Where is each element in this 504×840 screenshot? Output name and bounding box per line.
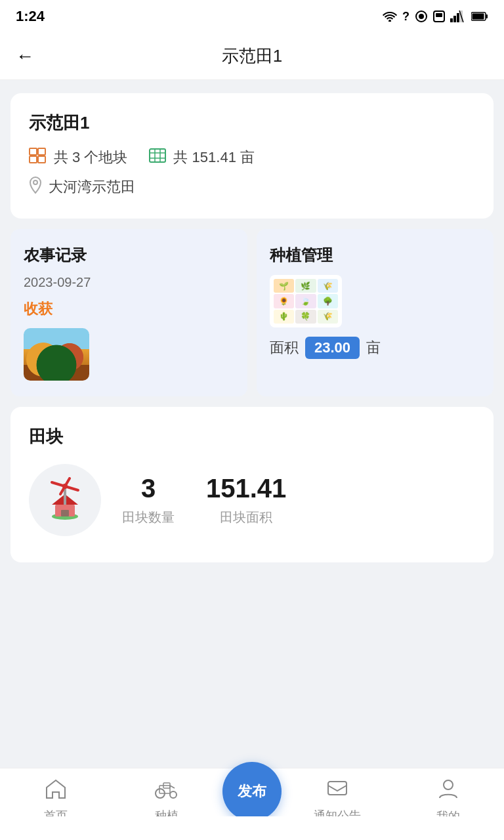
status-bar: 1:24 ? bbox=[0, 0, 504, 33]
svg-point-1 bbox=[419, 14, 424, 19]
user-icon bbox=[438, 778, 458, 805]
svg-rect-33 bbox=[328, 782, 346, 795]
area-info: 共 151.41 亩 bbox=[148, 148, 255, 167]
back-button[interactable]: ← bbox=[16, 46, 34, 67]
status-time: 1:24 bbox=[16, 8, 45, 25]
grid-cell-4: 🌻 bbox=[274, 294, 294, 308]
area-text: 共 151.41 亩 bbox=[173, 148, 255, 167]
svg-rect-4 bbox=[450, 18, 453, 22]
two-col-section: 农事记录 2023-09-27 收获 种植管理 🌱 🌿 🌾 🌻 🍃 🌳 🌵 🍀 … bbox=[10, 229, 494, 396]
field-area-label: 田块面积 bbox=[220, 509, 272, 526]
plant-management-title: 种植管理 bbox=[270, 245, 480, 266]
media-icon bbox=[415, 10, 428, 22]
field-count-label: 田块数量 bbox=[122, 509, 175, 526]
field-row: 3 田块数量 151.41 田块面积 bbox=[29, 464, 475, 536]
svg-rect-14 bbox=[30, 156, 37, 163]
windmill-icon-wrap bbox=[29, 464, 101, 536]
svg-rect-21 bbox=[61, 510, 69, 516]
field-section: 田块 bbox=[10, 407, 494, 562]
windmill-icon bbox=[42, 477, 88, 523]
plant-management-card[interactable]: 种植管理 🌱 🌿 🌾 🌻 🍃 🌳 🌵 🍀 🌾 面积 23.00 亩 bbox=[257, 229, 494, 396]
svg-rect-10 bbox=[486, 14, 488, 18]
grid-cell-5: 🍃 bbox=[295, 294, 316, 308]
main-content: 示范田1 共 3 个地块 bbox=[0, 80, 504, 576]
svg-point-27 bbox=[62, 484, 68, 489]
svg-point-34 bbox=[444, 780, 453, 789]
question-mark: ? bbox=[402, 10, 410, 24]
farm-name: 示范田1 bbox=[29, 112, 475, 135]
location-info: 大河湾示范田 bbox=[29, 177, 475, 198]
svg-rect-5 bbox=[453, 16, 456, 22]
blocks-info: 共 3 个地块 bbox=[29, 148, 127, 167]
grid-cell-1: 🌱 bbox=[274, 279, 294, 293]
svg-rect-11 bbox=[472, 14, 484, 20]
plant-grid-image: 🌱 🌿 🌾 🌻 🍃 🌳 🌵 🍀 🌾 bbox=[270, 275, 342, 327]
record-type: 收获 bbox=[24, 299, 234, 319]
stat-area: 151.41 田块面积 bbox=[206, 474, 286, 526]
svg-line-32 bbox=[170, 786, 175, 788]
blocks-text: 共 3 个地块 bbox=[54, 148, 127, 167]
area-icon bbox=[148, 148, 167, 167]
home-icon bbox=[45, 779, 67, 804]
notice-icon bbox=[327, 779, 348, 804]
area-unit: 亩 bbox=[366, 338, 381, 358]
svg-rect-15 bbox=[38, 156, 45, 163]
grid-cell-7: 🌵 bbox=[274, 310, 294, 324]
tractor-icon bbox=[154, 779, 180, 804]
svg-point-29 bbox=[170, 791, 177, 798]
stat-count: 3 田块数量 bbox=[122, 474, 175, 526]
svg-rect-16 bbox=[150, 149, 165, 162]
grid-cell-3: 🌾 bbox=[318, 279, 338, 293]
svg-rect-12 bbox=[30, 148, 37, 155]
page-title: 示范田1 bbox=[222, 45, 282, 68]
record-image-inner bbox=[24, 328, 89, 381]
svg-point-17 bbox=[33, 180, 37, 184]
status-icons: ? bbox=[383, 10, 488, 24]
nav-publish-button[interactable]: 发布 bbox=[222, 762, 282, 821]
record-date: 2023-09-27 bbox=[24, 275, 234, 290]
battery-icon bbox=[471, 12, 488, 21]
svg-rect-13 bbox=[38, 148, 45, 155]
info-card: 示范田1 共 3 个地块 bbox=[10, 93, 494, 219]
grid-cell-2: 🌿 bbox=[295, 279, 316, 293]
area-label: 面积 bbox=[270, 338, 299, 358]
field-section-title: 田块 bbox=[29, 425, 475, 448]
bottom-gesture-bar bbox=[0, 816, 504, 840]
grid-cell-9: 🌾 bbox=[318, 310, 338, 324]
field-stats: 3 田块数量 151.41 田块面积 bbox=[122, 474, 286, 526]
record-image bbox=[24, 328, 89, 381]
page-header: ← 示范田1 bbox=[0, 33, 504, 80]
publish-label: 发布 bbox=[238, 782, 266, 801]
area-row: 面积 23.00 亩 bbox=[270, 337, 480, 359]
farm-meta-row-1: 共 3 个地块 共 151.41 亩 bbox=[29, 148, 475, 167]
field-area-value: 151.41 bbox=[206, 474, 286, 503]
wifi-icon bbox=[383, 11, 397, 22]
area-badge: 23.00 bbox=[305, 337, 360, 359]
svg-rect-6 bbox=[457, 13, 459, 22]
location-pin-icon bbox=[29, 177, 42, 198]
field-grid-icon bbox=[29, 148, 47, 167]
signal-icon bbox=[450, 10, 466, 22]
svg-rect-3 bbox=[436, 13, 442, 17]
field-count-value: 3 bbox=[141, 474, 156, 503]
grid-cell-8: 🍀 bbox=[295, 310, 316, 324]
farm-meta: 共 3 个地块 共 151.41 亩 bbox=[29, 148, 475, 198]
farm-record-card[interactable]: 农事记录 2023-09-27 收获 bbox=[10, 229, 247, 396]
grid-cell-6: 🌳 bbox=[318, 294, 338, 308]
location-text: 大河湾示范田 bbox=[49, 177, 135, 197]
sim-icon bbox=[433, 10, 445, 22]
farm-record-title: 农事记录 bbox=[24, 245, 234, 266]
